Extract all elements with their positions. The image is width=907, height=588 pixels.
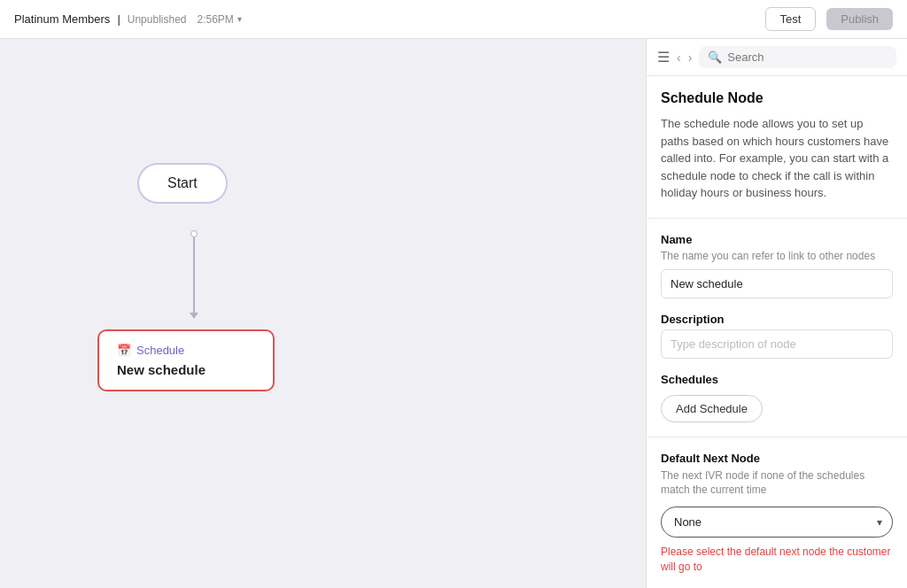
add-schedule-button[interactable]: Add Schedule bbox=[661, 395, 763, 422]
name-label: Name bbox=[661, 233, 893, 246]
panel-description: The schedule node allows you to set up p… bbox=[661, 115, 893, 202]
topbar: Platinum Members | Unpublished 2:56PM ▾ … bbox=[0, 0, 907, 39]
divider-1 bbox=[647, 218, 907, 219]
calendar-icon: 📅 bbox=[117, 344, 131, 357]
separator: | bbox=[117, 12, 120, 26]
test-button[interactable]: Test bbox=[765, 7, 817, 31]
schedules-label: Schedules bbox=[661, 373, 893, 386]
back-icon[interactable]: ‹ bbox=[677, 50, 681, 65]
timestamp: 2:56PM ▾ bbox=[197, 13, 241, 26]
start-node[interactable]: Start bbox=[137, 163, 228, 204]
search-icon: 🔍 bbox=[708, 50, 722, 64]
connector-line bbox=[193, 237, 195, 313]
default-next-select-wrapper: None ▾ bbox=[661, 507, 893, 538]
schedule-node-type: Schedule bbox=[136, 344, 184, 357]
panel-toolbar: ☰ ‹ › 🔍 bbox=[647, 39, 907, 76]
search-box[interactable]: 🔍 bbox=[699, 46, 896, 68]
list-icon[interactable]: ☰ bbox=[657, 49, 670, 66]
default-next-select[interactable]: None bbox=[661, 507, 893, 538]
error-message: Please select the default next node the … bbox=[661, 545, 893, 575]
right-panel: ☰ ‹ › 🔍 Schedule Node The schedule node … bbox=[646, 39, 907, 588]
connector-arrow-icon bbox=[190, 313, 198, 319]
flow-canvas[interactable]: Start 📅 Schedule New schedule bbox=[0, 39, 646, 588]
description-input[interactable] bbox=[661, 329, 893, 359]
connector-dot bbox=[190, 230, 198, 237]
panel-title: Schedule Node bbox=[661, 90, 893, 106]
connector bbox=[193, 230, 195, 319]
default-next-hint: The next IVR node if none of the schedul… bbox=[661, 468, 893, 499]
publish-button[interactable]: Publish bbox=[826, 8, 893, 30]
default-next-label: Default Next Node bbox=[661, 452, 893, 465]
divider-2 bbox=[647, 437, 907, 437]
description-label: Description bbox=[661, 313, 893, 326]
panel-content: Schedule Node The schedule node allows y… bbox=[647, 76, 907, 588]
name-hint: The name you can refer to link to other … bbox=[661, 250, 893, 262]
project-name: Platinum Members bbox=[14, 12, 110, 26]
forward-icon[interactable]: › bbox=[688, 50, 693, 65]
publish-status: Unpublished bbox=[128, 13, 187, 26]
name-input[interactable] bbox=[661, 269, 893, 298]
schedule-node-name: New schedule bbox=[117, 362, 255, 377]
search-input[interactable] bbox=[727, 50, 888, 64]
main-layout: Start 📅 Schedule New schedule ☰ ‹ › 🔍 bbox=[0, 39, 907, 588]
schedule-node-header: 📅 Schedule bbox=[117, 344, 255, 357]
time-chevron-icon: ▾ bbox=[237, 14, 242, 24]
flow-title: Platinum Members | Unpublished bbox=[14, 12, 186, 26]
schedule-node[interactable]: 📅 Schedule New schedule bbox=[97, 329, 275, 391]
